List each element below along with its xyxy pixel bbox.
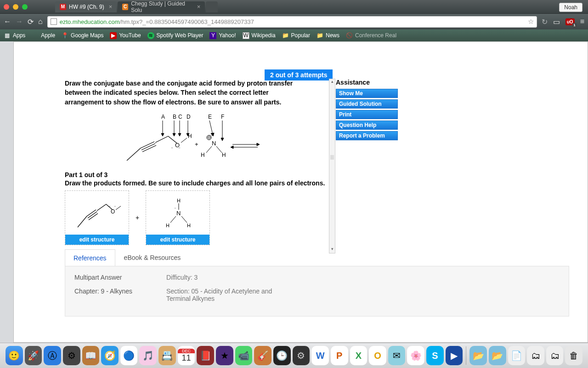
page-icon <box>51 18 57 25</box>
tab-references[interactable]: References <box>65 249 115 267</box>
close-tab-icon[interactable]: × <box>197 3 201 10</box>
wikipedia-icon: W <box>243 32 249 39</box>
safari-app-icon[interactable]: 🧭 <box>101 346 119 365</box>
bookmark-star-icon[interactable]: ☆ <box>528 17 534 26</box>
mail-app-icon[interactable]: ✉ <box>388 346 406 365</box>
browser-tab-strip: M HW #9 (Ch. 9) × C Chegg Study | Guided… <box>0 0 588 14</box>
tab-label: Chegg Study | Guided Solu <box>131 0 192 13</box>
back-icon[interactable]: ← <box>4 17 11 26</box>
assistance-title: Assistance <box>336 79 412 86</box>
blocked-icon: 🚫 <box>346 32 353 39</box>
ublock-icon[interactable]: uO <box>565 18 575 25</box>
launchpad-app-icon[interactable]: 🚀 <box>25 346 42 365</box>
page-viewport: 2 out of 3 attempts Draw the conjugate b… <box>13 41 588 343</box>
ref-row-difficulty: Multipart Answer Difficulty: 3 <box>74 274 560 281</box>
menu-icon[interactable]: ≡ <box>580 17 584 26</box>
spotify-bookmark[interactable]: ≋Spotify Web Player <box>147 32 204 39</box>
dock-folder-1-icon[interactable]: 📂 <box>469 346 487 365</box>
svg-line-42 <box>78 216 87 227</box>
finder-app-icon[interactable]: 🙂 <box>6 346 23 365</box>
inner-scrollbar[interactable]: ▴ ▾ <box>329 79 335 253</box>
apps-icon: ▦ <box>4 32 11 39</box>
svg-text:¨: ¨ <box>179 147 180 152</box>
print-button[interactable]: Print <box>336 110 398 119</box>
macos-dock: 🙂 🚀 Ⓐ ⚙ 📖 🧭 🔵 🎵 📇 DEC 11 📕 ★ 📹 🎸 🕒 ⚙ W P… <box>0 343 588 368</box>
yahoo-bookmark[interactable]: YYahoo! <box>209 32 236 39</box>
apple-bookmark[interactable]: Apple <box>32 32 55 39</box>
facetime-app-icon[interactable]: 📹 <box>235 346 253 365</box>
book-app-icon[interactable]: 📖 <box>82 346 100 365</box>
svg-text:¨: ¨ <box>109 205 110 210</box>
question-help-button[interactable]: Question Help <box>336 121 398 130</box>
minimize-window-icon[interactable] <box>13 4 18 10</box>
scroll-down-icon[interactable]: ▾ <box>329 247 335 253</box>
product-2-drawing[interactable]: N ¨ H H H <box>146 191 209 235</box>
tab-ebook[interactable]: eBook & Resources <box>115 249 190 267</box>
wikipedia-bookmark[interactable]: WWikipedia <box>243 32 276 39</box>
popular-bookmark[interactable]: 📁Popular <box>282 32 310 39</box>
skype-app-icon[interactable]: S <box>426 346 444 365</box>
new-tab-button[interactable] <box>206 1 218 12</box>
svg-text:F: F <box>221 114 224 120</box>
dock-stack-3-icon[interactable]: 🗂 <box>546 346 564 365</box>
clock-app-icon[interactable]: 🕒 <box>273 346 291 365</box>
browser-toolbar: ← → ⟳ ⌂ ezto.mheducation.com /hm.tpx?_=0… <box>0 14 588 29</box>
contacts-app-icon[interactable]: 📇 <box>158 346 176 365</box>
gmaps-bookmark[interactable]: 📍Google Maps <box>62 32 103 39</box>
outlook-app-icon[interactable]: O <box>369 346 386 365</box>
word-app-icon[interactable]: W <box>311 346 329 365</box>
cast-icon[interactable]: ▭ <box>553 17 560 26</box>
itunes-app-icon[interactable]: 🎵 <box>139 346 157 365</box>
excel-app-icon[interactable]: X <box>350 346 368 365</box>
guided-solution-button[interactable]: Guided Solution <box>336 99 398 109</box>
forward-icon[interactable]: → <box>16 17 23 26</box>
photos-app-icon[interactable]: 🌸 <box>407 346 424 365</box>
close-tab-icon[interactable]: × <box>109 3 113 10</box>
svg-text:¨: ¨ <box>114 205 116 210</box>
address-bar[interactable]: ezto.mheducation.com /hm.tpx?_=0.8835044… <box>47 16 537 28</box>
scroll-up-icon[interactable]: ▴ <box>329 79 335 86</box>
dictionary-app-icon[interactable]: 📕 <box>197 346 214 365</box>
svg-marker-16 <box>221 138 224 141</box>
profile-badge[interactable]: Noah <box>559 3 582 12</box>
news-bookmark[interactable]: 📁News <box>317 32 339 39</box>
trash-icon[interactable]: 🗑 <box>565 346 582 365</box>
conference-bookmark[interactable]: 🚫Conference Real <box>346 32 396 39</box>
close-window-icon[interactable] <box>4 4 9 10</box>
svg-text:N: N <box>212 140 216 147</box>
calendar-app-icon[interactable]: DEC 11 <box>178 346 195 365</box>
sysprefs-app-icon[interactable]: ⚙ <box>63 346 80 365</box>
scroll-thumb[interactable] <box>330 155 334 160</box>
edit-structure-button-1[interactable]: edit structure <box>65 235 129 245</box>
sync-icon[interactable]: ↻ <box>542 17 548 26</box>
product-1-drawing[interactable]: O ¨ ¨ <box>65 191 129 235</box>
part-instructions: Draw the products formed. Be sure to inc… <box>65 179 520 187</box>
show-me-button[interactable]: Show Me <box>336 89 398 98</box>
dock-stack-1-icon[interactable]: 📄 <box>508 346 526 365</box>
reload-icon[interactable]: ⟳ <box>28 17 34 26</box>
chrome-app-icon[interactable]: 🔵 <box>120 346 138 365</box>
tab-hw9[interactable]: M HW #9 (Ch. 9) × <box>55 1 117 12</box>
dock-folder-2-icon[interactable]: 📂 <box>489 346 506 365</box>
tab-chegg[interactable]: C Chegg Study | Guided Solu × <box>118 1 205 12</box>
edit-structure-button-2[interactable]: edit structure <box>146 235 209 245</box>
report-problem-button[interactable]: Report a Problem <box>336 131 398 140</box>
extension-icons: ↻ ▭ uO ≡ <box>542 17 584 26</box>
svg-text:N: N <box>176 210 181 217</box>
home-icon[interactable]: ⌂ <box>38 17 43 26</box>
media-app-icon[interactable]: ▶ <box>446 346 463 365</box>
appstore-app-icon[interactable]: Ⓐ <box>44 346 61 365</box>
svg-text:E: E <box>208 114 212 120</box>
youtube-bookmark[interactable]: ▶YouTube <box>110 32 141 39</box>
dock-stack-2-icon[interactable]: 🗂 <box>527 346 544 365</box>
apps-bookmark[interactable]: ▦Apps <box>4 32 25 39</box>
svg-line-36 <box>216 146 222 153</box>
yahoo-icon: Y <box>209 32 216 39</box>
powerpoint-app-icon[interactable]: P <box>331 346 348 365</box>
settings-app-icon[interactable]: ⚙ <box>293 346 310 365</box>
imovie-app-icon[interactable]: ★ <box>216 346 233 365</box>
garageband-app-icon[interactable]: 🎸 <box>254 346 271 365</box>
svg-text:H: H <box>166 223 170 228</box>
maximize-window-icon[interactable] <box>22 4 28 10</box>
question-content: 2 out of 3 attempts Draw the conjugate b… <box>65 69 520 245</box>
